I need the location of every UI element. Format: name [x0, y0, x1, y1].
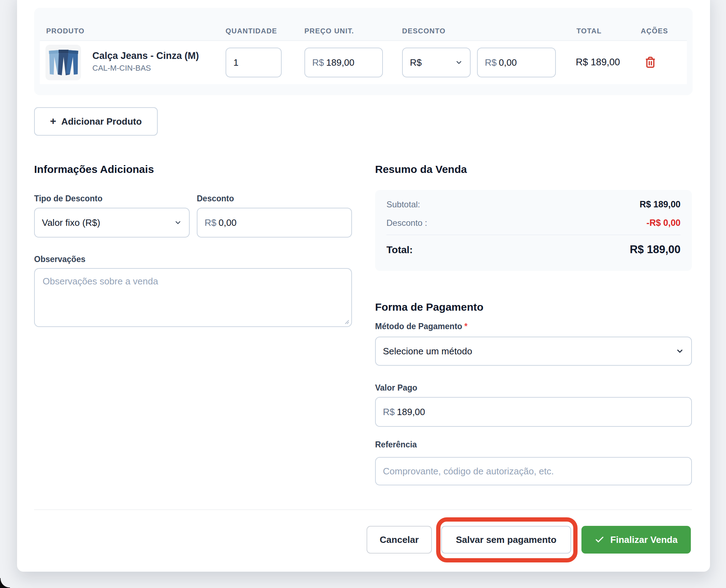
paid-amount-label: Valor Pago: [375, 383, 417, 393]
header-product: PRODUTO: [46, 27, 85, 35]
header-quantity: QUANTIDADE: [226, 27, 277, 35]
total-value: R$ 189,00: [630, 243, 681, 256]
currency-prefix: R$: [383, 407, 395, 418]
discount-value-input-wrap: R$: [477, 48, 556, 77]
check-icon: [595, 535, 605, 545]
save-without-payment-label: Salvar sem pagamento: [456, 534, 556, 545]
sale-form-card: PRODUTO QUANTIDADE PREÇO UNIT. DESCONTO …: [17, 0, 710, 572]
summary-panel: Subtotal: R$ 189,00 Desconto : -R$ 0,00 …: [375, 190, 692, 271]
trash-icon: [644, 56, 657, 69]
chevron-down-icon: [676, 347, 684, 355]
product-image-jeans: [45, 45, 81, 80]
save-without-payment-button[interactable]: Salvar sem pagamento: [441, 526, 571, 554]
add-product-button[interactable]: + Adicionar Produto: [34, 107, 158, 136]
total-label: Total:: [386, 244, 413, 256]
payment-title: Forma de Pagamento: [375, 301, 483, 313]
global-discount-input[interactable]: [218, 217, 344, 228]
discount-row: Desconto : -R$ 0,00: [386, 218, 681, 228]
quantity-input[interactable]: [233, 57, 274, 68]
header-actions: AÇÕES: [641, 27, 668, 35]
products-table-header: PRODUTO QUANTIDADE PREÇO UNIT. DESCONTO …: [40, 8, 687, 41]
quantity-input-wrap: [226, 48, 282, 77]
total-row: Total: R$ 189,00: [386, 243, 681, 256]
currency-prefix: R$: [312, 57, 324, 68]
payment-method-value: Selecione um método: [383, 346, 472, 357]
header-unit-price: PREÇO UNIT.: [304, 27, 354, 35]
global-discount-type-select[interactable]: Valor fixo (R$): [34, 208, 190, 238]
payment-method-label: Método de Pagamento*: [375, 322, 467, 331]
summary-discount-label: Desconto :: [386, 218, 427, 228]
chevron-down-icon: [174, 219, 182, 227]
resize-handle-icon[interactable]: [344, 319, 349, 324]
payment-method-label-text: Método de Pagamento: [375, 322, 462, 331]
observations-textarea-wrap: [34, 268, 352, 327]
currency-prefix: R$: [205, 217, 216, 228]
header-total: TOTAL: [576, 27, 602, 35]
payment-method-select[interactable]: Selecione um método: [375, 337, 692, 366]
footer-divider: [34, 510, 692, 510]
summary-title: Resumo da Venda: [375, 163, 467, 175]
discount-type-value: R$: [410, 57, 422, 68]
row-total: R$ 189,00: [576, 57, 620, 68]
discount-type-select[interactable]: R$: [402, 48, 471, 77]
observations-label: Observações: [34, 255, 85, 264]
add-product-label: Adicionar Produto: [61, 116, 142, 127]
discount-label: Desconto: [197, 194, 234, 203]
plus-icon: +: [50, 116, 56, 126]
finalize-sale-label: Finalizar Venda: [610, 534, 677, 545]
additional-info-title: Informações Adicionais: [34, 163, 154, 175]
products-table: PRODUTO QUANTIDADE PREÇO UNIT. DESCONTO …: [34, 8, 693, 95]
subtotal-value: R$ 189,00: [640, 199, 681, 209]
discount-type-label: Tipo de Desconto: [34, 194, 103, 203]
reference-input[interactable]: [383, 466, 684, 477]
currency-prefix: R$: [485, 57, 497, 68]
cancel-label: Cancelar: [380, 534, 419, 545]
paid-amount-input-wrap: R$: [375, 397, 692, 427]
delete-row-button[interactable]: [644, 56, 657, 69]
window-corner: [0, 578, 10, 588]
reference-input-wrap: [375, 457, 692, 485]
summary-divider: [386, 235, 681, 235]
global-discount-input-wrap: R$: [197, 208, 352, 238]
header-discount: DESCONTO: [402, 27, 446, 35]
required-asterisk: *: [464, 322, 467, 331]
reference-label: Referência: [375, 440, 417, 450]
finalize-sale-button[interactable]: Finalizar Venda: [581, 526, 691, 554]
summary-discount-value: -R$ 0,00: [646, 218, 681, 228]
product-name: Calça Jeans - Cinza (M): [92, 50, 199, 61]
unit-price-input[interactable]: [326, 57, 375, 68]
table-row: Calça Jeans - Cinza (M) CAL-M-CIN-BAS R$…: [40, 41, 687, 84]
discount-value-input[interactable]: [499, 57, 548, 68]
observations-textarea[interactable]: [35, 269, 351, 326]
chevron-down-icon: [455, 59, 463, 66]
unit-price-input-wrap: R$: [304, 48, 383, 77]
product-sku: CAL-M-CIN-BAS: [92, 64, 151, 73]
global-discount-type-value: Valor fixo (R$): [42, 217, 100, 228]
paid-amount-input[interactable]: [397, 407, 684, 418]
subtotal-row: Subtotal: R$ 189,00: [386, 199, 681, 209]
cancel-button[interactable]: Cancelar: [367, 526, 432, 554]
subtotal-label: Subtotal:: [386, 200, 420, 209]
